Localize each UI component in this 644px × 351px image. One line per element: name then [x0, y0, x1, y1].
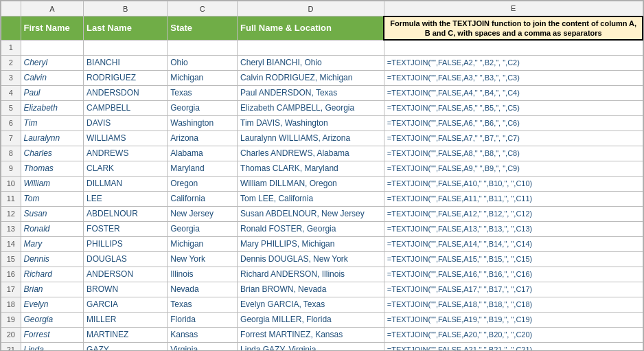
cell-formula[interactable]: =TEXTJOIN("",FALSE,A2," ",B2,", ",C2) — [384, 55, 643, 70]
cell-last-name[interactable]: GAZY — [84, 342, 168, 351]
cell-formula[interactable]: =TEXTJOIN("",FALSE,A9," ",B9,", ",C9) — [384, 161, 643, 176]
cell-formula[interactable]: =TEXTJOIN("",FALSE,A8," ",B8,", ",C8) — [384, 146, 643, 161]
cell-last-name[interactable]: ANDERSDON — [84, 85, 168, 100]
cell-state[interactable]: Georgia — [168, 100, 238, 115]
cell-first-name[interactable]: Lauralynn — [21, 131, 84, 146]
cell-formula[interactable]: =TEXTJOIN("",FALSE,A11," ",B11,", ",C11) — [384, 191, 643, 206]
cell-state[interactable]: Oregon — [168, 176, 238, 191]
cell-state[interactable]: Florida — [168, 312, 238, 327]
cell-state[interactable]: Illinois — [168, 267, 238, 282]
cell-first-name[interactable] — [21, 40, 84, 55]
cell-first-name[interactable]: Cheryl — [21, 55, 84, 70]
cell-formula[interactable]: =TEXTJOIN("",FALSE,A12," ",B12,", ",C12) — [384, 206, 643, 221]
cell-formula[interactable]: =TEXTJOIN("",FALSE,A14," ",B14,", ",C14) — [384, 236, 643, 251]
cell-state[interactable]: Ohio — [168, 55, 238, 70]
cell-full-name[interactable]: Ronald FOSTER, Georgia — [238, 221, 384, 236]
cell-full-name[interactable]: Susan ABDELNOUR, New Jersey — [238, 206, 384, 221]
cell-full-name[interactable]: Evelyn GARCIA, Texas — [238, 297, 384, 312]
cell-formula[interactable]: =TEXTJOIN("",FALSE,A4," ",B4,", ",C4) — [384, 85, 643, 100]
cell-state[interactable]: Kansas — [168, 327, 238, 342]
cell-full-name[interactable]: Linda GAZY, Virginia — [238, 342, 384, 351]
cell-first-name[interactable]: Linda — [21, 342, 84, 351]
cell-first-name[interactable]: Calvin — [21, 70, 84, 85]
cell-last-name[interactable]: GARCIA — [84, 297, 168, 312]
cell-full-name[interactable]: Dennis DOUGLAS, New York — [238, 251, 384, 267]
cell-first-name[interactable]: Georgia — [21, 312, 84, 327]
cell-first-name[interactable]: Tom — [21, 191, 84, 206]
cell-first-name[interactable]: Charles — [21, 146, 84, 161]
cell-formula[interactable]: =TEXTJOIN("",FALSE,A16," ",B16,", ",C16) — [384, 267, 643, 282]
cell-formula[interactable]: =TEXTJOIN("",FALSE,A17," ",B17,", ",C17) — [384, 282, 643, 297]
cell-full-name[interactable]: Mary PHILLIPS, Michigan — [238, 236, 384, 251]
cell-state[interactable]: Virginia — [168, 342, 238, 351]
cell-full-name[interactable]: Tim DAVIS, Washington — [238, 115, 384, 131]
cell-formula[interactable]: =TEXTJOIN("",FALSE,A3," ",B3,", ",C3) — [384, 70, 643, 85]
cell-full-name[interactable]: Tom LEE, California — [238, 191, 384, 206]
cell-formula[interactable]: =TEXTJOIN("",FALSE,A15," ",B15,", ",C15) — [384, 251, 643, 267]
cell-state[interactable]: Texas — [168, 297, 238, 312]
cell-last-name[interactable]: BIANCHI — [84, 55, 168, 70]
cell-last-name[interactable]: MARTINEZ — [84, 327, 168, 342]
cell-last-name[interactable]: PHILLIPS — [84, 236, 168, 251]
col-header-b[interactable]: B — [84, 1, 168, 16]
cell-state[interactable]: Georgia — [168, 221, 238, 236]
cell-first-name[interactable]: William — [21, 176, 84, 191]
cell-full-name[interactable]: Richard ANDERSON, Illinois — [238, 267, 384, 282]
cell-formula[interactable]: =TEXTJOIN("",FALSE,A19," ",B19,", ",C19) — [384, 312, 643, 327]
cell-state[interactable]: California — [168, 191, 238, 206]
cell-first-name[interactable]: Brian — [21, 282, 84, 297]
cell-formula[interactable]: =TEXTJOIN("",FALSE,A18," ",B18,", ",C18) — [384, 297, 643, 312]
cell-full-name[interactable]: Calvin RODRIGUEZ, Michigan — [238, 70, 384, 85]
col-header-c[interactable]: C — [168, 1, 238, 16]
cell-first-name[interactable]: Richard — [21, 267, 84, 282]
cell-formula[interactable]: =TEXTJOIN("",FALSE,A13," ",B13,", ",C13) — [384, 221, 643, 236]
cell-last-name[interactable] — [84, 40, 168, 55]
cell-full-name[interactable]: Paul ANDERSDON, Texas — [238, 85, 384, 100]
cell-state[interactable]: Washington — [168, 115, 238, 131]
col-header-e[interactable]: E — [384, 1, 643, 16]
cell-last-name[interactable]: ABDELNOUR — [84, 206, 168, 221]
cell-last-name[interactable]: CLARK — [84, 161, 168, 176]
cell-last-name[interactable]: DOUGLAS — [84, 251, 168, 267]
cell-last-name[interactable]: CAMPBELL — [84, 100, 168, 115]
cell-full-name[interactable]: Lauralynn WILLIAMS, Arizona — [238, 131, 384, 146]
cell-first-name[interactable]: Evelyn — [21, 297, 84, 312]
cell-last-name[interactable]: DAVIS — [84, 115, 168, 131]
cell-state[interactable]: Arizona — [168, 131, 238, 146]
cell-first-name[interactable]: Ronald — [21, 221, 84, 236]
cell-formula[interactable]: =TEXTJOIN("",FALSE,A6," ",B6,", ",C6) — [384, 115, 643, 131]
cell-state[interactable]: New York — [168, 251, 238, 267]
cell-full-name[interactable]: Thomas CLARK, Maryland — [238, 161, 384, 176]
cell-full-name[interactable]: William DILLMAN, Oregon — [238, 176, 384, 191]
cell-first-name[interactable]: Elizabeth — [21, 100, 84, 115]
cell-first-name[interactable]: Paul — [21, 85, 84, 100]
cell-state[interactable]: Alabama — [168, 146, 238, 161]
cell-last-name[interactable]: BROWN — [84, 282, 168, 297]
cell-last-name[interactable]: ANDERSON — [84, 267, 168, 282]
col-header-d[interactable]: D — [238, 1, 384, 16]
cell-full-name[interactable]: Elizabeth CAMPBELL, Georgia — [238, 100, 384, 115]
cell-last-name[interactable]: WILLIAMS — [84, 131, 168, 146]
cell-state[interactable]: New Jersey — [168, 206, 238, 221]
cell-full-name[interactable]: Brian BROWN, Nevada — [238, 282, 384, 297]
cell-formula[interactable]: =TEXTJOIN("",FALSE,A5," ",B5,", ",C5) — [384, 100, 643, 115]
cell-full-name[interactable]: Charles ANDREWS, Alabama — [238, 146, 384, 161]
cell-last-name[interactable]: FOSTER — [84, 221, 168, 236]
cell-first-name[interactable]: Susan — [21, 206, 84, 221]
cell-full-name[interactable]: Cheryl BIANCHI, Ohio — [238, 55, 384, 70]
cell-full-name[interactable] — [238, 40, 384, 55]
cell-first-name[interactable]: Tim — [21, 115, 84, 131]
cell-last-name[interactable]: MILLER — [84, 312, 168, 327]
cell-state[interactable] — [168, 40, 238, 55]
cell-last-name[interactable]: DILLMAN — [84, 176, 168, 191]
cell-state[interactable]: Michigan — [168, 236, 238, 251]
cell-formula[interactable]: =TEXTJOIN("",FALSE,A10," ",B10,", ",C10) — [384, 176, 643, 191]
cell-state[interactable]: Maryland — [168, 161, 238, 176]
cell-first-name[interactable]: Thomas — [21, 161, 84, 176]
cell-first-name[interactable]: Mary — [21, 236, 84, 251]
cell-full-name[interactable]: Forrest MARTINEZ, Kansas — [238, 327, 384, 342]
cell-formula[interactable]: =TEXTJOIN("",FALSE,A21," ",B21,", ",C21) — [384, 342, 643, 351]
cell-full-name[interactable]: Georgia MILLER, Florida — [238, 312, 384, 327]
cell-first-name[interactable]: Dennis — [21, 251, 84, 267]
cell-state[interactable]: Nevada — [168, 282, 238, 297]
